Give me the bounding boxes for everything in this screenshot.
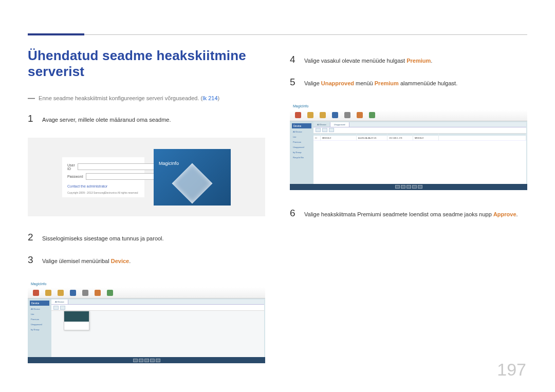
row-model: ME65B-D [413,136,439,140]
nav-icon[interactable] [344,112,350,118]
login-brand-panel: MagicInfo [154,149,231,206]
tool-button[interactable] [329,128,334,132]
sidebar-item[interactable]: by Group [30,328,49,331]
row-action [439,136,526,140]
step-4: 4 Valige vasakul olevate menüüde hulgast… [290,52,527,67]
step-number: 2 [28,230,35,245]
left-column: Ühendatud seadme heakskiitmine serverist… [28,48,265,371]
nav-icon[interactable] [369,112,375,118]
step-number: 5 [290,74,297,90]
sidebar-item-premium[interactable]: Premium [292,140,311,144]
tool-button[interactable] [316,128,321,132]
step-text: Valige heakskiitmata Premiumi seadmete l… [304,209,527,219]
sidebar-item[interactable]: All Device [30,307,49,311]
right-column: 4 Valige vasakul olevate menüüde hulgast… [290,48,527,371]
note-dash-icon: ― [28,94,35,102]
nav-icon[interactable] [357,112,363,118]
tool-bar [313,127,526,134]
step-number: 1 [28,111,35,126]
footer-button[interactable] [406,185,411,189]
step-text-pre: Valige heakskiitmata Premiumi seadmete l… [304,211,493,217]
row-checkbox[interactable]: ☐ [313,136,321,140]
em-premium: Premium [406,58,431,64]
note-link[interactable]: lk 214 [202,95,217,101]
nav-icon[interactable] [307,112,313,118]
app-title-bar: MagicInfo [290,103,527,110]
screenshot-app-unapproved: MagicInfo Device All Device Lite Premium [290,103,527,190]
em-device: Device [111,258,129,264]
tab[interactable]: All Device [51,300,68,304]
tool-button[interactable] [60,306,65,310]
app-sidebar: Device All Device Lite Premium Unapprove… [28,298,51,357]
sidebar-item[interactable]: Unapproved [30,323,49,326]
header-rule [28,34,527,35]
list-row[interactable]: ☐ ME65B-D A4-B9-0A-8A-D7-31 192.168.1.17… [313,136,526,141]
nav-icon[interactable] [58,290,64,296]
sidebar-item-unapproved[interactable]: Unapproved [292,145,311,149]
row-name: ME65B-D [321,136,357,140]
logo-bold: Magic [293,104,303,108]
sidebar-item[interactable]: All Device [292,130,311,134]
footer-button[interactable] [150,359,155,362]
nav-icon[interactable] [295,112,301,118]
footer-button[interactable] [395,185,400,189]
footer-button[interactable] [139,359,143,362]
section-heading: Ühendatud seadme heakskiitmine serverist [28,48,265,80]
sidebar-item[interactable]: by Group [292,151,311,154]
step-text: Valige ülemisel menüüribal Device. [42,255,265,266]
sidebar-item[interactable]: Lite [30,312,49,316]
tool-button[interactable] [53,306,59,310]
tool-bar [51,305,264,311]
brand-text: MagicInfo [159,161,179,166]
nav-icon-device[interactable] [332,112,338,118]
step-6: 6 Valige heakskiitmata Premiumi seadmete… [290,206,527,221]
step-text: Valige vasakul olevate menüüde hulgast P… [304,55,527,66]
screenshot-login: User ID Login Password Sign Up Contact t… [28,138,265,216]
step-text: Valige Unapproved menüü Premium alammenü… [304,78,527,88]
brand-bold: Magic [159,161,171,166]
step-text: Avage server, millele olete määranud oma… [42,114,265,125]
footer-button[interactable] [401,185,405,189]
contact-admin-link[interactable]: Contact the administrator [67,184,139,188]
content-area: Ühendatud seadme heakskiitmine serverist… [28,48,527,371]
nav-icon[interactable] [82,290,88,296]
footer-button[interactable] [412,185,417,189]
app-logo: MagicInfo [293,104,308,108]
sidebar-item[interactable]: Premium [30,318,49,321]
step-text-pre: Valige ülemisel menüüribal [42,258,111,264]
device-card[interactable] [64,311,89,330]
pre-note: ― Enne seadme heakskiitmist konfigureeri… [28,93,265,104]
nav-icon[interactable] [95,290,101,296]
nav-icon-device[interactable] [70,290,76,296]
app-body: Device All Device Lite Premium Unapprove… [290,121,527,184]
tab-unapproved[interactable]: Unapproved [330,122,349,127]
user-id-input[interactable] [78,163,165,170]
note-text-prefix: Enne seadme heakskiitmist konfigureerige… [39,95,202,101]
logo-thin: Info [41,282,47,286]
step-text-mid: menüü [354,80,375,86]
app-footer [290,184,527,190]
tab-bar: All Device [51,300,264,305]
sidebar-item[interactable]: Recycle Bin [292,156,311,159]
tab[interactable]: All Device [313,122,330,127]
tab-bar: All Device Unapproved [313,122,526,127]
step-text-post: . [129,258,131,264]
tool-button[interactable] [322,128,327,132]
row-mac: A4-B9-0A-8A-D7-31 [357,136,387,140]
footer-button[interactable] [156,359,160,362]
nav-icon[interactable] [320,112,326,118]
step-number: 3 [28,252,35,268]
sidebar-item[interactable]: Lite [292,135,311,139]
step-number: 4 [290,52,297,67]
footer-button[interactable] [418,185,422,189]
footer-button[interactable] [144,359,149,362]
nav-icon[interactable] [33,290,39,296]
nav-icon[interactable] [107,290,113,296]
em-unapproved: Unapproved [321,80,354,86]
app-logo: MagicInfo [31,282,46,286]
nav-icon[interactable] [45,290,51,296]
step-text-post: . [431,58,432,64]
login-copyright: Copyright 2009 - 2013 SamsungElectronics… [67,191,139,194]
footer-button[interactable] [133,359,138,362]
row-ip: 192.168.1.173 [387,136,413,140]
